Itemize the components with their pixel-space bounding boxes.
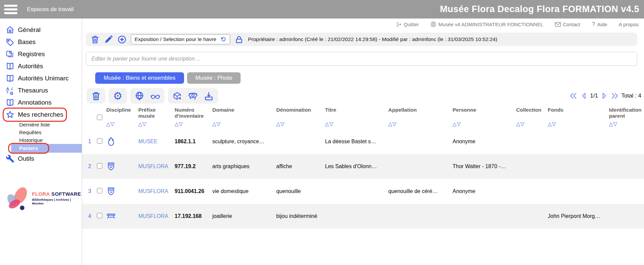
export-group — [168, 88, 218, 104]
row-checkbox[interactable] — [97, 138, 102, 144]
add-basket-icon[interactable] — [117, 35, 127, 44]
prev-page-icon[interactable] — [580, 92, 588, 100]
workspace-label: Espaces de travail — [27, 6, 74, 13]
tab-label: Musée : Photo — [195, 75, 232, 81]
row-checkbox[interactable] — [97, 213, 102, 218]
sidebar-item-autorites[interactable]: Autorités — [0, 60, 82, 72]
sort-arrows[interactable]: △▽ — [388, 121, 451, 127]
sidebar-item-bases[interactable]: Bases — [0, 36, 82, 48]
user-icon — [430, 21, 436, 27]
quitter-link[interactable]: Quitter — [396, 22, 419, 27]
subitem-label: Historique — [19, 137, 43, 143]
wrench-icon — [6, 154, 14, 163]
sort-arrows[interactable]: △▽ — [276, 121, 324, 127]
denomination-cell: quenouille — [276, 188, 325, 194]
user-account[interactable]: Musée v4 ADMINISTRATEUR FONCTIONNEL — [430, 21, 543, 27]
apropos-link[interactable]: A propos — [619, 22, 639, 27]
contact-label: Contact — [563, 22, 580, 27]
row-number-link[interactable]: 4 — [88, 213, 97, 219]
numero-cell: 17.192.168 — [175, 213, 212, 219]
delete-basket-icon[interactable] — [91, 35, 100, 44]
sort-arrows[interactable]: △▽ — [548, 121, 608, 127]
horus-eye-icon[interactable] — [188, 91, 198, 101]
sort-arrows[interactable]: △▽ — [325, 121, 387, 127]
sort-arrows[interactable]: △▽ — [516, 121, 546, 127]
contact-link[interactable]: Contact — [555, 22, 580, 27]
select-all-checkbox[interactable] — [97, 115, 102, 120]
sidebar-item-mes-recherches[interactable]: Mes recherches — [0, 109, 82, 121]
edit-pencil-icon[interactable] — [104, 35, 113, 44]
sidebar-item-registres[interactable]: Registres — [0, 48, 82, 60]
crest-icon — [106, 162, 116, 171]
hamburger-menu-icon[interactable] — [4, 3, 17, 16]
tab-biens-et-ensembles[interactable]: Musée : Biens et ensembles — [95, 72, 184, 84]
lock-icon[interactable] — [235, 35, 244, 44]
prefixe-link[interactable]: MUSFLORA — [138, 188, 175, 194]
download-icon[interactable] — [204, 91, 214, 101]
row-number-link[interactable]: 1 — [88, 139, 97, 145]
registers-icon — [6, 50, 14, 59]
basket-selector[interactable]: Exposition / Selection pour le havre — [131, 34, 230, 44]
denomination-cell: bijou indéterminé — [276, 213, 325, 219]
table-body: 1 MUSEE 1862.1.1 sculpture, croyance… La… — [82, 129, 644, 229]
globe-upload-icon[interactable] — [135, 91, 144, 101]
personne-cell: Thor Walter - 1870 -… — [453, 163, 516, 169]
sidebar-subitem-requetes[interactable]: Requêtes — [0, 128, 82, 136]
row-number-link[interactable]: 3 — [88, 188, 97, 194]
publish-group — [130, 88, 165, 104]
column-header: Personne — [453, 107, 515, 113]
svg-text:B: B — [10, 91, 13, 95]
row-number-link[interactable]: 2 — [88, 163, 97, 169]
logout-icon — [396, 22, 402, 27]
first-page-icon[interactable] — [569, 92, 577, 100]
subitem-label: Dernière liste — [19, 122, 50, 128]
row-checkbox[interactable] — [97, 188, 102, 193]
glasses-icon[interactable] — [150, 91, 160, 101]
sidebar-item-thesaurus[interactable]: AB Thesaurus — [0, 84, 82, 97]
export-box-icon[interactable] — [172, 91, 182, 101]
sidebar-subitem-historique[interactable]: Historique — [0, 136, 82, 144]
result-tabs: Musée : Biens et ensembles Musée : Photo — [95, 72, 644, 84]
prefixe-link[interactable]: MUSEE — [138, 139, 175, 145]
prefixe-link[interactable]: MUSFLORA — [138, 213, 175, 219]
table-row: 1 MUSEE 1862.1.1 sculpture, croyance… La… — [82, 129, 644, 154]
sidebar-item-label: Outils — [18, 155, 34, 162]
delete-button[interactable] — [87, 88, 105, 104]
basket-metadata: Propriétaire : adminfonc (Créé le : 21/0… — [248, 36, 497, 42]
table-header: Discipline△▽ Préfixe musée△▽ Numéro d'in… — [82, 106, 644, 129]
sidebar-subitem-paniers[interactable]: Paniers — [11, 144, 82, 153]
sidebar-item-label: Registres — [18, 50, 45, 58]
sort-arrows[interactable]: △▽ — [138, 121, 173, 127]
settings-button[interactable]: ⚙ — [109, 88, 127, 104]
refresh-icon[interactable] — [220, 36, 226, 42]
aide-link[interactable]: ? Aide — [592, 21, 607, 28]
gear-icon: ⚙ — [113, 91, 122, 101]
titre-cell: Les Sables d'Olonn… — [325, 163, 388, 169]
envelope-icon — [555, 22, 561, 27]
sidebar-item-autorites-unimarc[interactable]: Autorités Unimarc — [0, 72, 82, 84]
app-title: Musée Flora Decalog Flora FORMATION v4.5 — [440, 4, 639, 14]
last-page-icon[interactable] — [611, 92, 619, 100]
sort-arrows[interactable]: △▽ — [609, 121, 644, 127]
prefixe-link[interactable]: MUSFLORA — [138, 163, 175, 169]
sort-arrows[interactable]: △▽ — [212, 121, 275, 127]
table-row: 2 MUSFLORA 977.19.2 arts graphiques affi… — [82, 154, 644, 179]
sort-arrows[interactable]: △▽ — [106, 121, 137, 127]
sidebar-item-outils[interactable]: Outils — [0, 153, 82, 165]
utility-bar: Quitter Musée v4 ADMINISTRATEUR FONCTION… — [82, 18, 644, 30]
domaine-cell: vie domestique — [212, 188, 276, 194]
sort-arrows[interactable]: △▽ — [175, 121, 211, 127]
sidebar-item-annotations[interactable]: Annotations — [0, 97, 82, 109]
column-header: Discipline — [106, 107, 137, 113]
sort-arrows[interactable]: △▽ — [453, 121, 515, 127]
top-bar: Espaces de travail Musée Flora Decalog F… — [0, 0, 644, 18]
basket-description-input[interactable] — [86, 52, 637, 66]
table-furniture-icon — [106, 212, 116, 221]
row-checkbox[interactable] — [97, 163, 102, 168]
domaine-cell: joaillerie — [212, 213, 276, 219]
next-page-icon[interactable] — [600, 92, 608, 100]
sidebar: Général Bases Registres Autorités Autori… — [0, 18, 82, 265]
tab-photo[interactable]: Musée : Photo — [187, 72, 241, 84]
sidebar-item-general[interactable]: Général — [0, 24, 82, 36]
sidebar-subitem-derniere-liste[interactable]: Dernière liste — [0, 121, 82, 128]
